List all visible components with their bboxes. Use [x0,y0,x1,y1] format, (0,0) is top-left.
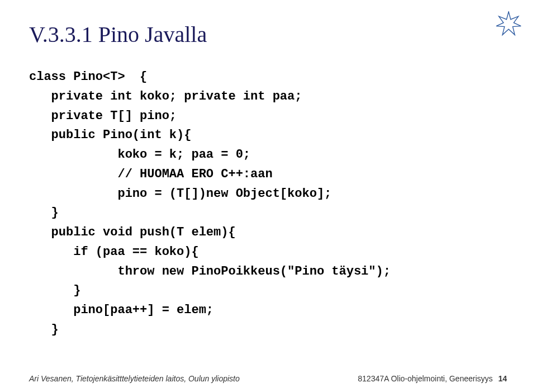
code-block: class Pino<T> { private int koko; privat… [29,68,507,340]
code-line: if (paa == koko){ [29,243,507,262]
code-line: private T[] pino; [29,107,507,126]
code-line: } [29,281,507,301]
code-line: class Pino<T> { [29,68,507,87]
code-line: public Pino(int k){ [29,126,507,145]
code-line: } [29,320,507,340]
footer-course-text: 812347A Olio-ohjelmointi, Geneerisyys [358,374,492,383]
code-line: throw new PinoPoikkeus("Pino täysi"); [29,262,507,282]
code-line: } [29,204,507,223]
star-icon [496,11,521,37]
code-line: pino[paa++] = elem; [29,301,507,320]
code-line: // HUOMAA ERO C++:aan [29,165,507,185]
footer: Ari Vesanen, Tietojenkäsitttelytieteiden… [0,374,536,383]
code-line: koko = k; paa = 0; [29,145,507,165]
code-line: pino = (T[])new Object[koko]; [29,185,507,204]
svg-marker-0 [496,12,521,35]
slide-title: V.3.3.1 Pino Javalla [29,21,507,48]
slide: V.3.3.1 Pino Javalla class Pino<T> { pri… [0,0,536,392]
page-number: 14 [498,374,507,383]
code-line: private int koko; private int paa; [29,87,507,107]
footer-author: Ari Vesanen, Tietojenkäsitttelytieteiden… [29,374,240,383]
code-line: public void push(T elem){ [29,223,507,243]
footer-course: 812347A Olio-ohjelmointi, Geneerisyys 14 [358,374,507,383]
